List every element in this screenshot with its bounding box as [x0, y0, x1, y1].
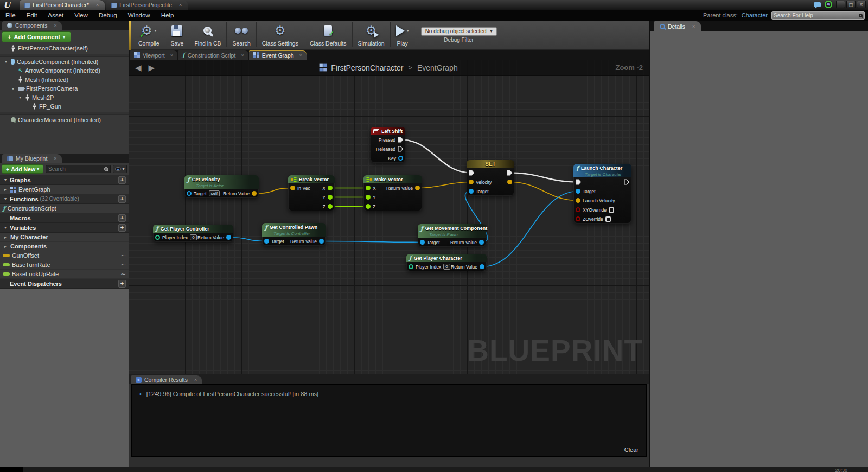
pin-float[interactable] [328, 186, 333, 190]
tree-item-arrowcomponent[interactable]: ↖ArrowComponent (Inherited) [0, 66, 129, 75]
help-search-input[interactable] [774, 12, 859, 18]
list-item-constructionscript[interactable]: ƒConstructionScript [0, 204, 129, 213]
parent-class-value[interactable]: Character [742, 12, 768, 18]
section-header-macros[interactable]: Macros+ [0, 213, 129, 223]
list-item-eventgraph[interactable]: ▸EventGraph [0, 185, 129, 194]
node-get_controlled_pawn[interactable]: ƒGet Controlled PawnTarget is Controller… [262, 223, 326, 246]
pin-object[interactable] [576, 189, 580, 194]
tree-item-firstpersoncamera[interactable]: ▾FirstPersonCamera [0, 84, 129, 93]
add-new-button[interactable]: +Add New▾ [2, 164, 43, 174]
chevron-down-icon[interactable]: ▾ [155, 28, 157, 33]
expander-icon[interactable]: ▾ [10, 86, 16, 91]
my-blueprint-panel-tab[interactable]: My Blueprint × [2, 154, 62, 163]
exec-pin[interactable] [576, 179, 581, 185]
document-tab[interactable]: FirstPersonProjectile× [106, 0, 188, 10]
tab-viewport[interactable]: Viewport× [130, 50, 177, 60]
pin-int[interactable] [155, 235, 160, 240]
pin-object[interactable] [187, 191, 192, 196]
minimize-button[interactable]: – [836, 1, 845, 8]
section-header-variables[interactable]: ▾Variables+ [0, 223, 129, 233]
class-settings-button[interactable]: ⚙Class Settings [257, 21, 304, 49]
pin-float[interactable] [366, 195, 371, 200]
blueprint-search-input[interactable] [48, 166, 104, 172]
menu-item-edit[interactable]: Edit [21, 12, 43, 18]
node-get_velocity[interactable]: ƒGet VelocityTarget is ActorTargetselfRe… [184, 175, 259, 198]
pin-object[interactable] [480, 264, 484, 269]
menu-item-debug[interactable]: Debug [93, 12, 123, 18]
pin-bool[interactable] [576, 216, 580, 221]
play-button[interactable]: ▾Play [391, 21, 414, 49]
expander-icon[interactable]: ▾ [3, 59, 9, 64]
details-panel-tab[interactable]: Details × [654, 21, 701, 31]
expander-icon[interactable]: ▸ [3, 187, 8, 192]
blueprint-search[interactable] [46, 165, 111, 173]
expander-icon[interactable]: ▸ [3, 244, 8, 249]
add-button[interactable]: + [118, 195, 126, 203]
tab-event-graph[interactable]: Event Graph× [249, 50, 307, 60]
tree-item-capsulecomponent[interactable]: ▾CapsuleComponent (Inherited) [0, 58, 129, 67]
close-icon[interactable]: × [241, 53, 244, 58]
save-button[interactable]: Save [165, 21, 189, 49]
compile-button[interactable]: ⚙✓▾Compile [133, 21, 165, 49]
visibility-closed-icon[interactable]: ∼ [120, 270, 126, 278]
tutorials-icon[interactable] [825, 1, 832, 8]
exec-pin[interactable] [624, 179, 629, 185]
pin-object[interactable] [319, 239, 324, 244]
clear-button[interactable]: Clear [624, 447, 639, 453]
close-icon[interactable]: × [54, 156, 56, 161]
pin-object[interactable] [264, 239, 269, 244]
pin-vector[interactable] [290, 186, 295, 190]
pin-vector[interactable] [415, 186, 420, 190]
add-button[interactable]: + [118, 280, 126, 288]
expander-icon[interactable]: ▾ [17, 95, 23, 100]
breadcrumb-current[interactable]: EventGraph [417, 63, 458, 72]
node-get_player_controller[interactable]: ƒGet Player ControllerPlayer Index0Retur… [153, 225, 233, 242]
add-component-button[interactable]: +Add Component▾ [2, 31, 71, 42]
document-tab[interactable]: FirstPersonCharacter*× [20, 0, 105, 10]
help-search[interactable] [771, 11, 865, 20]
pin-object[interactable] [226, 235, 231, 240]
exec-pin[interactable] [469, 170, 474, 176]
components-panel-tab[interactable]: Components × [2, 21, 62, 30]
pin-float[interactable] [328, 195, 333, 200]
pin-float[interactable] [366, 204, 371, 209]
pin-object[interactable] [420, 240, 425, 245]
pin-value-box[interactable]: self [209, 190, 220, 196]
chevron-down-icon[interactable]: ▾ [407, 28, 409, 33]
node-make_vector[interactable]: Make VectorXReturn ValueYZ [363, 175, 422, 211]
node-get_movement_component[interactable]: ƒGet Movement ComponentTarget is PawnTar… [418, 224, 486, 247]
expander-icon[interactable]: ▾ [3, 225, 8, 230]
menu-item-file[interactable]: File [0, 12, 21, 18]
feedback-icon[interactable] [814, 2, 821, 7]
pin-vector[interactable] [576, 198, 580, 203]
add-button[interactable]: + [118, 176, 126, 184]
pin-float[interactable] [366, 186, 371, 190]
node-left_shift[interactable]: Left ShiftPressedReleasedKey [371, 127, 405, 163]
node-get_player_character[interactable]: ƒGet Player CharacterPlayer Index0Return… [406, 254, 487, 271]
pin-checkbox[interactable] [605, 216, 611, 222]
expander-icon[interactable]: ▾ [3, 196, 8, 201]
exec-pin[interactable] [398, 137, 403, 143]
node-set[interactable]: SETVelocityTarget [467, 160, 514, 196]
node-launch_character[interactable]: ƒLaunch CharacterTarget is CharacterTarg… [573, 164, 631, 224]
add-button[interactable]: + [118, 224, 126, 232]
compiler-results-tab[interactable]: » Compiler Results × [131, 375, 202, 384]
exec-pin[interactable] [507, 170, 512, 176]
pin-bool[interactable] [576, 207, 580, 212]
close-button[interactable]: × [857, 1, 866, 8]
expander-icon[interactable]: ▾ [3, 177, 8, 182]
close-icon[interactable]: × [170, 53, 173, 58]
simulation-button[interactable]: ⚙Simulation [353, 21, 390, 49]
list-item-components[interactable]: ▸Components [0, 242, 129, 251]
tree-item-firstpersoncharacter(self)[interactable]: FirstPersonCharacter(self) [0, 44, 129, 53]
pin-int[interactable] [409, 264, 413, 269]
tree-item-charactermovement[interactable]: CharacterMovement (Inherited) [0, 116, 129, 125]
pin-object[interactable] [479, 240, 484, 245]
event-graph-canvas[interactable]: ◀ ▶ FirstPersonCharacter > EventGraph Zo… [129, 60, 649, 374]
menu-item-window[interactable]: Window [123, 12, 156, 18]
section-header-event-dispatchers[interactable]: Event Dispatchers+ [0, 279, 129, 289]
visibility-filter-button[interactable]: ▾ [113, 165, 127, 173]
visibility-closed-icon[interactable]: ∼ [120, 252, 126, 259]
pin-float[interactable] [328, 204, 333, 209]
pin-checkbox[interactable] [609, 207, 614, 213]
